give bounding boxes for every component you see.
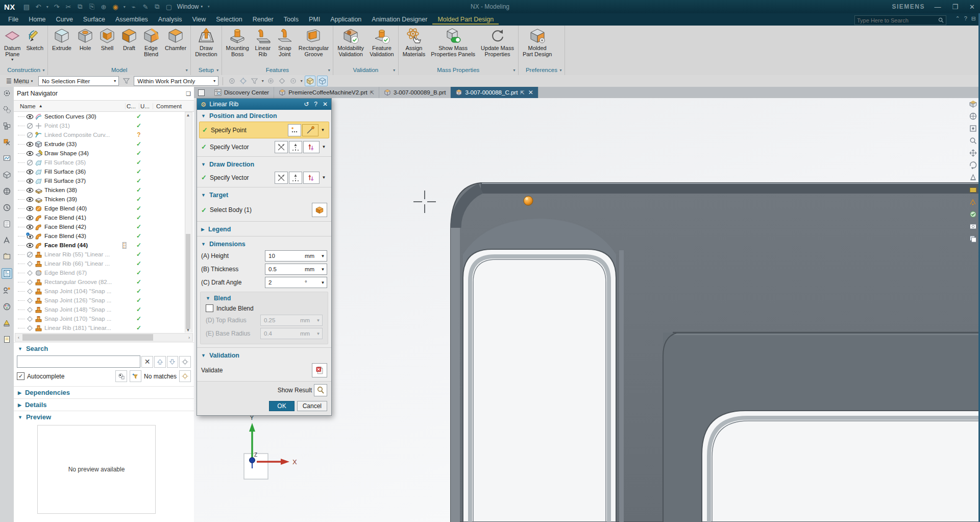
tree-row[interactable]: Face Blend (41)✓ [14,213,194,222]
part-navigator-icon[interactable] [2,268,12,279]
view-orient-icon[interactable] [969,112,977,121]
layers-icon[interactable] [969,234,977,243]
roles-icon[interactable] [2,286,12,295]
reverse-direction-button[interactable] [303,172,320,184]
selection-funnel-icon[interactable] [121,76,131,86]
tree-row[interactable]: Snap Joint (148) "Snap ...✓ [14,305,194,314]
hd3d-tools-icon[interactable] [2,170,12,180]
menu-surface[interactable]: Surface [78,14,110,25]
dimension-field[interactable]: 0.5mm▼ [265,264,327,275]
sketch-button[interactable]: Sketch [23,27,46,52]
group-dialog-launcher-icon[interactable]: ▼ [216,68,219,72]
tree-row[interactable]: Point (31)✓ [14,121,194,130]
legend-header[interactable]: ▶ Legend [197,223,331,234]
pin-icon[interactable]: ⇱ [370,90,374,96]
details-section-header[interactable]: ▶ Details [14,398,194,411]
menu-assemblies[interactable]: Assemblies [110,14,153,25]
draft-button[interactable]: Draft [118,27,140,52]
select-body-button[interactable] [312,203,327,217]
dimension-value[interactable]: 2 [265,279,305,286]
scroll-up-icon[interactable]: ▲ [185,113,191,117]
blend-header[interactable]: ▼ Blend [202,293,327,303]
dimension-field[interactable]: 10mm▼ [265,250,327,262]
shell-button[interactable]: Shell [96,27,118,52]
menu-home[interactable]: Home [23,14,51,25]
specify-point-marker[interactable] [524,196,533,205]
window-icon[interactable]: ▢ [164,2,174,12]
suppressed-icon[interactable] [26,306,34,314]
menu-button[interactable]: ☰ Menu ▾ [3,77,36,86]
tree-row[interactable]: Rectangular Groove (82...✓ [14,277,194,287]
group-dialog-launcher-icon[interactable]: ▼ [185,68,188,72]
tree-row[interactable]: Face Blend (42)✓ [14,222,194,231]
menu-animation-designer[interactable]: Animation Designer [366,14,432,25]
menu-render[interactable]: Render [248,14,279,25]
dependencies-section-header[interactable]: ▶ Dependencies [14,386,194,398]
search-scope-icon[interactable] [115,370,127,382]
column-u[interactable]: U... [139,103,153,109]
tab-bar-checkbox[interactable] [198,89,205,96]
tree-row[interactable]: Draw Shape (34)✓ [14,149,194,158]
help-icon[interactable]: ? [964,15,967,22]
templates-icon[interactable] [2,252,12,262]
tree-row[interactable]: Linked Composite Curv...? [14,130,194,139]
constraint-navigator-icon[interactable] [2,105,12,114]
rotate-icon[interactable] [969,161,977,170]
mid-point-icon[interactable] [288,76,298,86]
menu-molded-part-design[interactable]: Molded Part Design [432,14,499,25]
dialog-help-icon[interactable]: ? [314,101,317,108]
cancel-button[interactable]: Cancel [297,401,327,411]
visible-eye-icon[interactable] [26,113,34,121]
group-dialog-launcher-icon[interactable]: ▼ [393,68,396,72]
specify-point-row[interactable]: ✓ Specify Point ▼ [199,122,329,138]
mold-validation-button[interactable]: Moldability Validation [335,27,366,58]
fit-view-icon[interactable] [969,124,977,133]
tree-row[interactable]: Face Blend (44)✓ [14,241,194,250]
scrollbar-thumb[interactable] [186,234,190,329]
web-browser-icon[interactable] [2,186,12,196]
visible-eye-icon[interactable] [26,140,34,148]
selection-dropdown-icon[interactable]: ▾ [122,2,127,12]
dimension-field[interactable]: 2°▼ [265,277,327,288]
rect-groove-button[interactable]: Rectangular Groove [296,27,331,58]
scroll-left-icon[interactable]: ‹ [15,335,22,340]
minimize-button[interactable]: — [934,3,941,11]
hole-button[interactable]: Hole [75,27,96,52]
file-tab[interactable]: 3-007-000089_B.prt [379,87,451,98]
command-search[interactable] [854,15,946,25]
suppressed-icon[interactable] [26,269,34,277]
menu-selection[interactable]: Selection [211,14,247,25]
vector-dialog-button[interactable] [289,141,302,153]
menu-analysis[interactable]: Analysis [153,14,187,25]
enable-snap-point-icon[interactable] [238,76,248,86]
dimensions-header[interactable]: ▼ Dimensions [197,238,331,249]
visible-eye-icon[interactable] [26,205,34,212]
snap-point-icon[interactable] [227,76,237,86]
tree-row[interactable]: Section Curves (30)✓ [14,112,194,121]
part-navigator-icon-group[interactable] [2,121,12,131]
chevron-down-icon[interactable]: ▼ [261,79,264,83]
window-menu[interactable]: Window ▾ ▾ [177,3,210,10]
assign-materials-button[interactable]: Assign Materials [400,27,428,58]
tree-row[interactable]: iFace Blend (43)✓ [14,231,194,241]
vector-options-dropdown-icon[interactable]: ▼ [321,175,327,180]
microphone-icon[interactable]: ⌁ [129,2,139,12]
molded-part-design-button[interactable]: Molded Part Design [520,27,554,58]
minimize-ribbon-icon[interactable]: ⌃ [955,15,960,22]
group-dialog-launcher-icon[interactable]: ▼ [512,68,516,72]
feature-validation-button[interactable]: Feature Validation [367,27,397,58]
assembly-navigator-icon[interactable] [2,88,12,98]
locate-icon[interactable] [179,356,191,368]
ok-button[interactable]: OK [269,401,294,411]
suppressed-icon[interactable] [26,260,34,268]
linear-rib-button[interactable]: Linear Rib [252,27,274,58]
column-c[interactable]: C... [126,103,139,109]
tree-row[interactable]: Linear Rib (55) "Linear ...✓ [14,250,194,259]
copy-icon[interactable]: ⧉ [75,2,85,12]
point-dialog-button[interactable] [288,124,301,136]
file-tab[interactable]: 3-007-000088_C.prt⇱✕ [451,87,538,98]
visible-eye-icon[interactable] [26,214,34,222]
vertical-scrollbar[interactable]: ▲▼ [185,112,192,333]
suppressed-icon[interactable] [26,288,34,295]
tree-row[interactable]: Fill Surface (37)✓ [14,176,194,185]
